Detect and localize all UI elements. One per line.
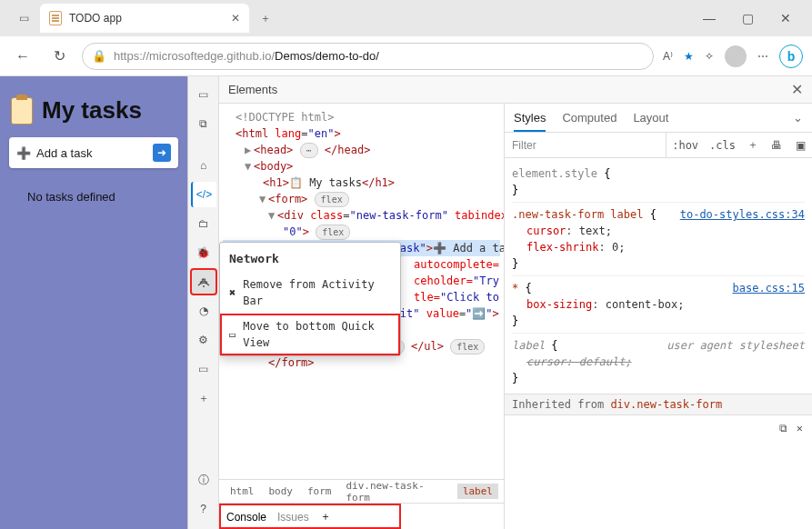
move-bottom-icon: ▭ bbox=[229, 326, 236, 343]
welcome-icon[interactable]: ⌂ bbox=[191, 153, 216, 178]
crumb-label[interactable]: label bbox=[457, 484, 498, 499]
clipboard-icon bbox=[11, 97, 33, 125]
css-link[interactable]: base.css:15 bbox=[733, 280, 805, 296]
cls-button[interactable]: .cls bbox=[704, 139, 741, 152]
css-link[interactable]: to-do-styles.css:34 bbox=[680, 206, 805, 223]
panel-title: Elements bbox=[228, 83, 277, 96]
dock-icon[interactable]: ⧉ bbox=[779, 422, 787, 434]
close-quickview-icon[interactable]: ✕ bbox=[797, 422, 803, 434]
help-icon[interactable]: ? bbox=[191, 496, 216, 522]
collections-icon[interactable]: ✧ bbox=[705, 50, 714, 63]
activity-bar: ▭ ⧉ ⌂ </> 🗀 🐞 ◔ ⚙ ▭ ＋ ⓘ ? bbox=[188, 76, 219, 529]
window-controls: ― ▢ ✕ bbox=[696, 5, 805, 32]
tab-computed[interactable]: Computed bbox=[562, 111, 617, 125]
url-host: https://microsoftedge.github.io/ bbox=[114, 49, 275, 63]
quick-view-bar: Console Issues ＋ bbox=[219, 503, 504, 529]
ctx-remove-item[interactable]: ✖ Remove from Activity Bar bbox=[220, 272, 400, 314]
elements-icon[interactable]: </> bbox=[191, 182, 216, 207]
address-bar[interactable]: 🔒 https://microsoftedge.github.io/Demos/… bbox=[82, 43, 654, 70]
console-tab[interactable]: Console bbox=[226, 511, 266, 524]
close-tab-icon[interactable]: ✕ bbox=[231, 12, 240, 25]
new-rule-icon[interactable]: ＋ bbox=[741, 137, 765, 153]
url-path: Demos/demo-to-do/ bbox=[275, 49, 379, 63]
filter-input[interactable]: Filter bbox=[505, 133, 667, 157]
application-icon[interactable]: ▭ bbox=[191, 356, 216, 382]
styles-tabs: Styles Computed Layout ⌄ bbox=[505, 104, 812, 133]
page-title: My tasks bbox=[9, 91, 178, 137]
hov-button[interactable]: :hov bbox=[667, 139, 704, 152]
crumb-div[interactable]: div.new-task-form bbox=[341, 478, 454, 505]
close-window-button[interactable]: ✕ bbox=[772, 5, 799, 32]
sources-icon[interactable]: 🗀 bbox=[191, 211, 216, 236]
plus-icon[interactable]: ＋ bbox=[191, 385, 216, 411]
favorite-icon[interactable]: ★ bbox=[684, 50, 694, 63]
console-icon[interactable]: 🐞 bbox=[191, 240, 216, 265]
lock-icon: 🔒 bbox=[92, 49, 106, 63]
ctx-title: Network bbox=[220, 243, 400, 272]
memory-icon[interactable]: ⚙ bbox=[191, 327, 216, 353]
profile-avatar[interactable] bbox=[725, 45, 747, 67]
network-icon[interactable] bbox=[191, 269, 216, 294]
maximize-button[interactable]: ▢ bbox=[734, 5, 761, 32]
page-title-text: My tasks bbox=[42, 96, 142, 125]
back-button[interactable]: ← bbox=[9, 43, 36, 70]
device-icon[interactable]: ⧉ bbox=[191, 111, 216, 136]
dom-tree[interactable]: <!DOCTYPE html> <html lang="en"> ▶<head>… bbox=[219, 104, 504, 479]
read-aloud-icon[interactable]: A⁾ bbox=[663, 50, 673, 63]
app-page: My tasks ➕ Add a task ➜ No tasks defined bbox=[0, 76, 187, 529]
context-menu: Network ✖ Remove from Activity Bar ▭ Mov… bbox=[219, 242, 401, 356]
refresh-button[interactable]: ↻ bbox=[45, 43, 73, 70]
browser-toolbar: ← ↻ 🔒 https://microsoftedge.github.io/De… bbox=[0, 36, 812, 76]
favicon-icon bbox=[49, 11, 62, 25]
crumb-body[interactable]: body bbox=[264, 484, 299, 499]
computed-pane-icon[interactable]: ▣ bbox=[788, 139, 812, 152]
dom-panel: <!DOCTYPE html> <html lang="en"> ▶<head>… bbox=[219, 104, 505, 529]
browser-titlebar: ▭ TODO app ✕ ＋ ― ▢ ✕ bbox=[0, 0, 812, 36]
remove-icon: ✖ bbox=[229, 284, 236, 301]
empty-state: No tasks defined bbox=[9, 168, 178, 225]
dom-breadcrumb[interactable]: html body form div.new-task-form label bbox=[219, 479, 504, 503]
inspect-icon[interactable]: ▭ bbox=[191, 82, 216, 107]
styles-filter-row: Filter :hov .cls ＋ 🖶 ▣ bbox=[505, 133, 812, 158]
add-task-input[interactable]: ➕ Add a task ➜ bbox=[9, 137, 178, 168]
chevron-down-icon[interactable]: ⌄ bbox=[793, 111, 803, 125]
tab-layout[interactable]: Layout bbox=[633, 111, 668, 125]
ctx-move-bottom-item[interactable]: ▭ Move to bottom Quick View bbox=[220, 314, 400, 355]
menu-icon[interactable]: ⋯ bbox=[757, 50, 768, 63]
browser-tab[interactable]: TODO app ✕ bbox=[40, 4, 249, 33]
performance-icon[interactable]: ◔ bbox=[191, 298, 216, 324]
issues-tab[interactable]: Issues bbox=[277, 511, 309, 524]
tab-styles[interactable]: Styles bbox=[514, 111, 546, 132]
add-task-placeholder: Add a task bbox=[36, 146, 92, 160]
add-tab-icon[interactable]: ＋ bbox=[320, 509, 331, 524]
tab-title: TODO app bbox=[69, 12, 122, 25]
submit-task-button[interactable]: ➜ bbox=[153, 144, 171, 162]
panel-header: Elements ✕ bbox=[219, 76, 812, 104]
plus-icon: ➕ bbox=[16, 146, 31, 160]
new-tab-button[interactable]: ＋ bbox=[253, 5, 278, 31]
minimize-button[interactable]: ― bbox=[696, 5, 723, 32]
issues-icon[interactable]: ⓘ bbox=[191, 467, 216, 493]
print-icon[interactable]: 🖶 bbox=[765, 139, 788, 152]
bing-icon[interactable]: b bbox=[779, 45, 803, 68]
inherited-from: Inherited from div.new-task-form bbox=[505, 394, 812, 414]
styles-body[interactable]: element.style {} to-do-styles.css:34 .ne… bbox=[505, 158, 812, 394]
svg-point-0 bbox=[203, 285, 205, 287]
tab-actions-icon[interactable]: ▭ bbox=[11, 5, 36, 31]
close-panel-icon[interactable]: ✕ bbox=[791, 81, 803, 98]
styles-panel: Styles Computed Layout ⌄ Filter :hov .cl… bbox=[505, 104, 812, 529]
crumb-form[interactable]: form bbox=[302, 484, 337, 499]
devtools-panel: ▭ ⧉ ⌂ </> 🗀 🐞 ◔ ⚙ ▭ ＋ ⓘ ? Elements ✕ bbox=[187, 76, 812, 529]
crumb-html[interactable]: html bbox=[225, 484, 260, 499]
